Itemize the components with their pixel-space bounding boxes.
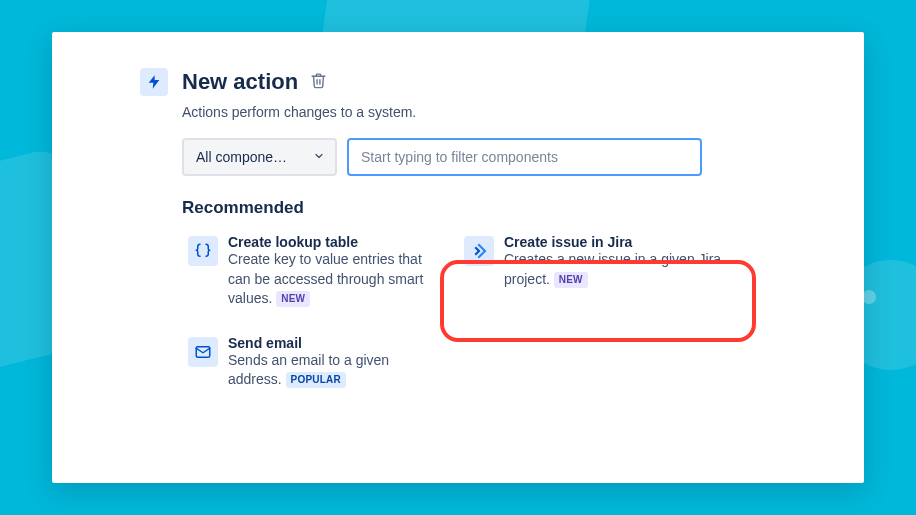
item-desc-text: Create key to value entries that can be … <box>228 251 423 306</box>
panel-subtitle: Actions perform changes to a system. <box>182 104 816 120</box>
jira-icon <box>464 236 494 266</box>
popular-badge: POPULAR <box>286 372 346 388</box>
new-badge: NEW <box>554 272 588 288</box>
filter-controls: All compone… <box>182 138 816 176</box>
item-title: Create lookup table <box>228 234 426 250</box>
action-send-email[interactable]: Send email Sends an email to a given add… <box>182 331 432 394</box>
item-body: Create lookup table Create key to value … <box>228 234 426 309</box>
action-create-lookup-table[interactable]: Create lookup table Create key to value … <box>182 230 432 313</box>
braces-icon <box>188 236 218 266</box>
background-shape <box>862 290 876 304</box>
component-scope-select[interactable]: All compone… <box>182 138 337 176</box>
panel-header: New action <box>140 68 816 96</box>
item-body: Create issue in Jira Creates a new issue… <box>504 234 722 289</box>
item-body: Send email Sends an email to a given add… <box>228 335 426 390</box>
select-label: All compone… <box>196 149 287 165</box>
bolt-icon <box>140 68 168 96</box>
item-description: Create key to value entries that can be … <box>228 250 426 309</box>
new-badge: NEW <box>276 291 310 307</box>
recommended-grid: Create lookup table Create key to value … <box>182 230 816 394</box>
chevron-down-icon <box>313 149 325 165</box>
item-title: Send email <box>228 335 426 351</box>
mail-icon <box>188 337 218 367</box>
action-create-issue-jira[interactable]: Create issue in Jira Creates a new issue… <box>458 230 728 293</box>
item-description: Creates a new issue in a given Jira proj… <box>504 250 722 289</box>
new-action-panel: New action Actions perform changes to a … <box>52 32 864 483</box>
page-title: New action <box>182 69 298 95</box>
item-title: Create issue in Jira <box>504 234 722 250</box>
filter-input[interactable] <box>347 138 702 176</box>
section-heading-recommended: Recommended <box>182 198 816 218</box>
item-desc-text: Creates a new issue in a given Jira proj… <box>504 251 721 287</box>
delete-button[interactable] <box>310 72 327 93</box>
item-description: Sends an email to a given address. POPUL… <box>228 351 426 390</box>
